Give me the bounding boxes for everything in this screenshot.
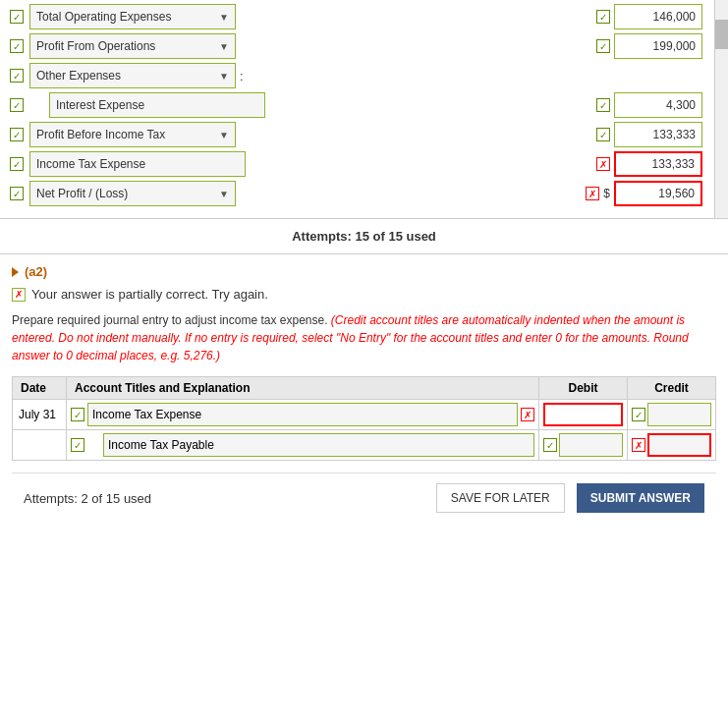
attempts-bottom: Attempts: 2 of 15 used — [24, 491, 151, 506]
checkbox-profit-before-income[interactable]: ✓ — [8, 128, 26, 141]
save-for-later-button[interactable]: SAVE FOR LATER — [436, 483, 565, 513]
credit-input-2[interactable] — [647, 433, 711, 457]
account-cell-1: ✓ ✗ — [67, 400, 539, 430]
credit-input-1[interactable] — [647, 403, 711, 426]
partial-correct-icon: ✗ — [12, 288, 26, 302]
debit-input-2[interactable] — [559, 433, 623, 457]
col-debit: Debit — [539, 377, 628, 400]
checkbox-interest-expense[interactable]: ✓ — [8, 98, 26, 112]
right-interest-expense: ✓ 4,300 — [596, 92, 702, 118]
journal-table: Date Account Titles and Explanation Debi… — [12, 376, 716, 461]
row-interest-expense: ✓ Interest Expense ✓ 4,300 — [8, 92, 720, 118]
dropdown-profit-from-ops[interactable]: Profit From Operations ▼ — [29, 33, 236, 59]
row-profit-from-ops: ✓ Profit From Operations ▼ ✓ 199,000 — [8, 33, 720, 59]
checkbox-total-op-expenses[interactable]: ✓ — [8, 10, 26, 24]
amount-profit-from-ops: 199,000 — [614, 33, 702, 59]
right-profit-from-ops: ✓ 199,000 — [596, 33, 702, 59]
check-credit-x-2[interactable]: ✗ — [632, 438, 645, 452]
scrollbar-thumb[interactable] — [715, 20, 728, 49]
checkbox-right-income-tax-x[interactable]: ✗ — [596, 157, 610, 171]
row-other-expenses: ✓ Other Expenses ▼ : — [8, 63, 720, 88]
chevron-down-icon: ▼ — [219, 41, 229, 52]
debit-input-1[interactable] — [543, 403, 623, 426]
journal-row-1: July 31 ✓ ✗ ✓ — [13, 400, 716, 430]
dropdown-net-profit[interactable]: Net Profit / (Loss) ▼ — [29, 181, 236, 206]
account-cell-2: ✓ — [67, 430, 539, 461]
a2-header: (a2) — [12, 264, 716, 279]
collapse-icon[interactable] — [12, 267, 19, 277]
check-debit-x-1[interactable]: ✗ — [521, 408, 534, 421]
right-total-op-expenses: ✓ 146,000 — [596, 4, 702, 29]
right-profit-before-income: ✓ 133,333 — [596, 122, 702, 147]
scrollbar-track[interactable] — [714, 0, 728, 218]
checkbox-other-expenses[interactable]: ✓ — [8, 69, 26, 83]
checkbox-right-interest[interactable]: ✓ — [596, 98, 610, 112]
checkbox-profit-from-ops[interactable]: ✓ — [8, 39, 26, 53]
check-account-2[interactable]: ✓ — [71, 438, 84, 452]
dropdown-profit-before-income[interactable]: Profit Before Income Tax ▼ — [29, 122, 236, 147]
dropdown-other-expenses[interactable]: Other Expenses ▼ — [29, 63, 236, 88]
chevron-down-icon: ▼ — [219, 130, 229, 140]
row-net-profit: ✓ Net Profit / (Loss) ▼ ✗ $ 19,560 — [8, 181, 720, 206]
check-account-1[interactable]: ✓ — [71, 408, 84, 421]
debit-cell-1 — [539, 400, 628, 430]
credit-cell-2: ✗ — [628, 430, 716, 461]
chevron-down-icon: ▼ — [219, 71, 229, 82]
right-income-tax-expense: ✗ 133,333 — [596, 151, 702, 177]
amount-interest-expense: 4,300 — [614, 92, 702, 118]
date-cell-1: July 31 — [13, 400, 67, 430]
right-net-profit: ✗ $ 19,560 — [586, 181, 702, 206]
chevron-down-icon: ▼ — [219, 189, 229, 199]
row-income-tax-expense: ✓ Income Tax Expense ✗ 133,333 — [8, 151, 720, 177]
account-input-1[interactable] — [87, 403, 518, 426]
col-account: Account Titles and Explanation — [67, 377, 539, 400]
row-total-op-expenses: ✓ Total Operating Expenses ▼ ✓ 146,000 — [8, 4, 720, 29]
row-profit-before-income: ✓ Profit Before Income Tax ▼ ✓ 133,333 — [8, 122, 720, 147]
amount-total-op-expenses: 146,000 — [614, 4, 702, 29]
partial-correct-banner: ✗ Your answer is partially correct. Try … — [12, 287, 716, 302]
attempts-top: Attempts: 15 of 15 used — [0, 219, 728, 254]
account-input-2[interactable] — [103, 433, 534, 457]
journal-row-2: ✓ ✓ ✗ — [13, 430, 716, 461]
submit-answer-button[interactable]: SUBMIT ANSWER — [577, 483, 704, 513]
col-credit: Credit — [628, 377, 716, 400]
bottom-bar: Attempts: 2 of 15 used SAVE FOR LATER SU… — [12, 473, 716, 523]
page-wrapper: ✓ Total Operating Expenses ▼ ✓ 146,000 ✓… — [0, 0, 728, 532]
checkbox-net-profit[interactable]: ✓ — [8, 187, 26, 200]
amount-income-tax-expense: 133,333 — [614, 151, 702, 177]
checkbox-right-net-profit-x[interactable]: ✗ — [586, 187, 599, 200]
instructions-text: Prepare required journal entry to adjust… — [12, 311, 716, 364]
amount-profit-before-income: 133,333 — [614, 122, 702, 147]
check-credit-1[interactable]: ✓ — [632, 408, 645, 421]
checkbox-right-profit-before[interactable]: ✓ — [596, 128, 610, 141]
checkbox-right-total-op-expenses[interactable]: ✓ — [596, 10, 610, 24]
checkbox-right-profit-ops[interactable]: ✓ — [596, 39, 610, 53]
income-statement-section: ✓ Total Operating Expenses ▼ ✓ 146,000 ✓… — [0, 0, 728, 219]
chevron-down-icon: ▼ — [219, 12, 229, 23]
debit-cell-2: ✓ — [539, 430, 628, 461]
checkbox-income-tax-expense[interactable]: ✓ — [8, 157, 26, 171]
check-debit-2[interactable]: ✓ — [543, 438, 557, 452]
amount-net-profit: 19,560 — [614, 181, 702, 206]
dropdown-total-op-expenses[interactable]: Total Operating Expenses ▼ — [29, 4, 236, 29]
credit-cell-1: ✓ — [628, 400, 716, 430]
col-date: Date — [13, 377, 67, 400]
field-interest-expense: Interest Expense — [49, 92, 265, 118]
a2-section: (a2) ✗ Your answer is partially correct.… — [0, 254, 728, 532]
field-income-tax-expense: Income Tax Expense — [29, 151, 246, 177]
date-cell-2 — [13, 430, 67, 461]
